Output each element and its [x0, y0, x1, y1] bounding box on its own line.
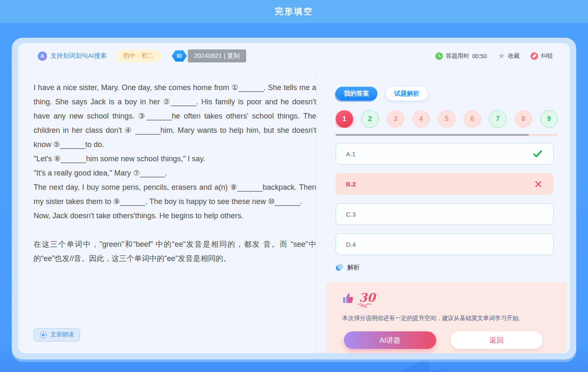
option-label: A.1	[346, 150, 356, 158]
thumbs-up-icon	[342, 292, 355, 305]
answer-content: 我的答案 试题解析 1 2 3 4 5 6 7 8 9	[317, 69, 567, 271]
analysis-icon	[336, 264, 343, 271]
answer-tabs: 我的答案 试题解析	[336, 87, 567, 101]
clock-icon	[435, 52, 443, 60]
option-list: A.1 B.2 C.3	[336, 143, 554, 255]
report-error-button[interactable]: 纠错	[531, 52, 553, 60]
favorite-button[interactable]: ★ 收藏	[498, 52, 520, 60]
id-badge-icon: ID	[172, 50, 187, 62]
passage-paragraph-chinese: 在这三个单词中，"green"和“beef” 中的“ee”发音是相同的，都发 音…	[34, 237, 316, 266]
score-row: 30	[342, 292, 567, 310]
question-number-9[interactable]: 9	[540, 110, 558, 128]
tab-question-analysis[interactable]: 试题解析	[386, 87, 428, 101]
question-number-list: 1 2 3 4 5 6 7 8 9	[336, 110, 559, 128]
grade-badge: 初中 - 初二	[116, 49, 161, 62]
timer-value: 00:50	[472, 53, 487, 59]
option-d[interactable]: D.4	[336, 233, 554, 255]
cross-icon	[533, 179, 543, 189]
score-value-wrap: 30	[359, 292, 375, 304]
question-number-3[interactable]: 3	[387, 110, 404, 128]
question-scrollbar-thumb[interactable]	[336, 134, 529, 136]
card-body: I have a nice sister, Mary. One day, she…	[21, 69, 567, 353]
option-label: C.3	[346, 211, 356, 218]
ai-search-icon: A	[38, 52, 47, 61]
topbar-right: 答题用时 00:50 ★ 收藏 纠错	[435, 52, 553, 60]
analysis-toggle[interactable]: 解析	[336, 264, 567, 271]
speaker-icon	[40, 331, 47, 338]
paper-id-group: ID 20240921 | 复制	[172, 49, 246, 62]
question-number-4[interactable]: 4	[412, 110, 430, 128]
option-c[interactable]: C.3	[336, 203, 554, 225]
favorite-label: 收藏	[508, 52, 520, 60]
ai-search-hint[interactable]: A 支持划词划句AI搜索	[38, 52, 107, 61]
answer-timer: 答题用时 00:50	[435, 52, 487, 60]
question-number-6[interactable]: 6	[463, 110, 481, 128]
option-label: D.4	[346, 241, 356, 248]
score-panel: 30 本次得分说明你还有一定的提升空间，建议从基础英文单词学习开始。 AI讲题 …	[326, 282, 567, 353]
passage-paragraph: I have a nice sister, Mary. One day, she…	[34, 80, 316, 152]
question-scrollbar[interactable]	[336, 134, 558, 136]
question-card-frame: A 支持划词划句AI搜索 初中 - 初二 ID 20240921 | 复制 答题…	[12, 38, 576, 359]
app-header: 完形填空	[0, 0, 588, 23]
question-number-8[interactable]: 8	[515, 110, 532, 128]
question-number-5[interactable]: 5	[438, 110, 455, 128]
option-label: B.2	[346, 181, 356, 188]
score-buttons: AI讲题 返回	[342, 331, 567, 349]
tab-my-answers[interactable]: 我的答案	[336, 87, 377, 101]
passage-paragraph: The next day, I buy some pens, pencils, …	[34, 180, 316, 209]
question-number-7[interactable]: 7	[489, 110, 507, 128]
read-aloud-button[interactable]: 文章朗读	[34, 328, 80, 341]
paper-id-copy-button[interactable]: 20240921 | 复制	[188, 49, 246, 62]
ai-search-label: 支持划词划句AI搜索	[50, 52, 107, 60]
passage-paragraph: Now, Jack doesn't take others'things. He…	[34, 209, 316, 223]
question-number-1[interactable]: 1	[336, 110, 353, 128]
star-icon: ★	[498, 52, 505, 60]
ai-explain-button[interactable]: AI讲题	[344, 331, 436, 349]
score-message: 本次得分说明你还有一定的提升空间，建议从基础英文单词学习开始。	[342, 315, 567, 322]
back-button[interactable]: 返回	[450, 331, 543, 349]
passage-paragraph: "Let's ⑥______him some new school things…	[34, 152, 316, 166]
score-underline-icon	[357, 303, 374, 307]
passage-paragraph: "It's a really good idea," Mary ⑦______.	[34, 166, 316, 180]
report-error-label: 纠错	[541, 52, 553, 60]
eraser-icon	[531, 52, 538, 60]
passage-text: I have a nice sister, Mary. One day, she…	[34, 80, 317, 328]
passage-panel: I have a nice sister, Mary. One day, she…	[21, 69, 317, 353]
analysis-label: 解析	[347, 264, 360, 271]
option-a[interactable]: A.1	[336, 143, 554, 165]
question-number-2[interactable]: 2	[361, 110, 379, 128]
question-card: A 支持划词划句AI搜索 初中 - 初二 ID 20240921 | 复制 答题…	[21, 43, 567, 353]
score-value: 30	[359, 291, 375, 305]
topbar-left: A 支持划词划句AI搜索 初中 - 初二 ID 20240921 | 复制	[38, 49, 246, 62]
timer-label: 答题用时	[446, 52, 469, 60]
read-aloud-label: 文章朗读	[50, 331, 74, 338]
check-icon	[532, 148, 543, 159]
option-b[interactable]: B.2	[336, 173, 554, 195]
answer-panel: 我的答案 试题解析 1 2 3 4 5 6 7 8 9	[317, 69, 567, 353]
page-title: 完形填空	[275, 6, 313, 17]
card-topbar: A 支持划词划句AI搜索 初中 - 初二 ID 20240921 | 复制 答题…	[21, 43, 567, 69]
